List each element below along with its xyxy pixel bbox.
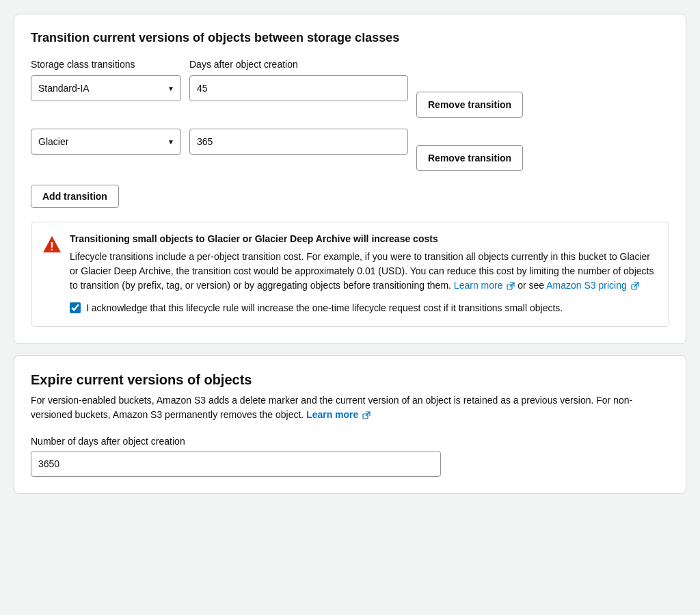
days-field-group-1 — [189, 75, 408, 101]
add-transition-button[interactable]: Add transition — [31, 185, 119, 208]
expire-learn-more-link[interactable]: Learn more — [306, 409, 371, 420]
acknowledge-checkbox[interactable] — [70, 302, 81, 313]
days-after-creation-label: Days after object creation — [189, 59, 408, 70]
warning-title: Transitioning small objects to Glacier o… — [70, 233, 658, 244]
pricing-external-icon — [631, 282, 639, 290]
storage-class-select-wrapper-1: Standard-IA Glacier Glacier Deep Archive… — [31, 75, 181, 101]
remove-transition-button-2[interactable]: Remove transition — [416, 145, 523, 171]
s3-pricing-link[interactable]: Amazon S3 pricing — [546, 280, 638, 291]
svg-text:!: ! — [50, 241, 53, 252]
transition-section: Transition current versions of objects b… — [14, 14, 686, 344]
days-field-group-2 — [189, 129, 408, 155]
storage-class-field-group-1: Standard-IA Glacier Glacier Deep Archive… — [31, 75, 181, 101]
storage-class-field-group-2: Standard-IA Glacier Glacier Deep Archive… — [31, 129, 181, 155]
acknowledge-label: I acknowledge that this lifecycle rule w… — [86, 301, 563, 315]
warning-body: Lifecycle transitions include a per-obje… — [70, 250, 658, 293]
storage-class-select-2[interactable]: Standard-IA Glacier Glacier Deep Archive… — [31, 129, 181, 155]
days-after-creation-expire-label: Number of days after object creation — [31, 436, 669, 447]
transition-section-title: Transition current versions of objects b… — [31, 31, 669, 45]
expire-days-input[interactable] — [31, 451, 441, 477]
acknowledge-checkbox-row: I acknowledge that this lifecycle rule w… — [70, 301, 658, 315]
learn-more-link[interactable]: Learn more — [454, 280, 517, 291]
column-headers: Storage class transitions Days after obj… — [31, 59, 669, 70]
expire-external-link-icon — [362, 411, 371, 419]
see-text: or see — [517, 280, 544, 291]
warning-box: ! Transitioning small objects to Glacier… — [31, 222, 669, 327]
expire-description: For version-enabled buckets, Amazon S3 a… — [31, 393, 669, 422]
warning-triangle-icon: ! — [42, 235, 62, 254]
storage-class-label: Storage class transitions — [31, 59, 181, 70]
days-input-1[interactable] — [189, 75, 408, 101]
learn-more-external-icon — [507, 282, 515, 290]
remove-transition-button-1[interactable]: Remove transition — [416, 92, 523, 118]
storage-class-select-1[interactable]: Standard-IA Glacier Glacier Deep Archive… — [31, 75, 181, 101]
expire-section: Expire current versions of objects For v… — [14, 355, 686, 494]
transition-row-1: Standard-IA Glacier Glacier Deep Archive… — [31, 75, 669, 118]
storage-class-select-wrapper-2: Standard-IA Glacier Glacier Deep Archive… — [31, 129, 181, 155]
expire-section-title: Expire current versions of objects — [31, 372, 669, 388]
days-input-2[interactable] — [189, 129, 408, 155]
transition-row-2: Standard-IA Glacier Glacier Deep Archive… — [31, 129, 669, 171]
warning-content: Transitioning small objects to Glacier o… — [70, 233, 658, 315]
